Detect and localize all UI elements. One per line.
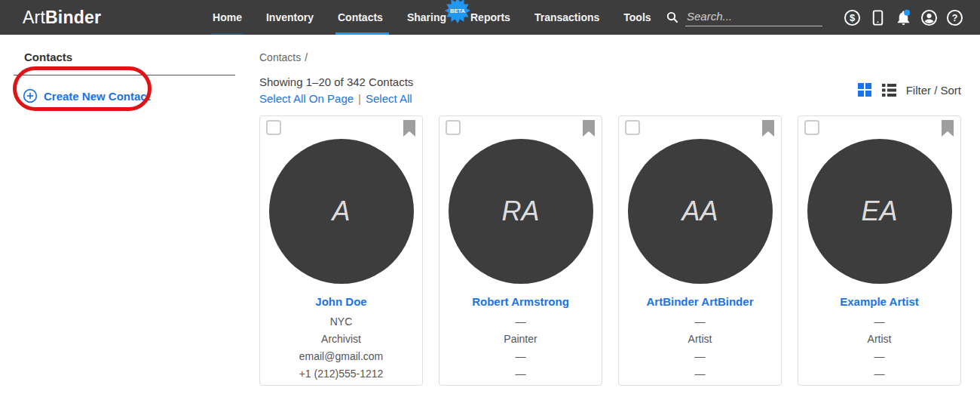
logo-suffix: Binder <box>45 8 101 28</box>
contact-card[interactable]: RA Robert Armstrong — Painter — — <box>439 115 602 386</box>
nav-tab-label: Contacts <box>338 11 383 23</box>
contact-name-link[interactable]: Robert Armstrong <box>439 295 602 308</box>
create-new-contact-label: Create New Contact <box>44 90 151 103</box>
breadcrumb: Contacts/ <box>259 51 961 63</box>
avatar-initials: EA <box>861 195 897 227</box>
bookmark-icon[interactable] <box>403 120 415 137</box>
help-icon[interactable]: ? <box>946 9 963 26</box>
contact-email: — <box>619 348 781 365</box>
contact-name-link[interactable]: Example Artist <box>798 295 960 308</box>
notification-dot <box>904 9 910 15</box>
contact-details: — Painter — — <box>439 313 602 383</box>
navbar-utility-icons: $ <box>844 0 980 35</box>
top-navbar: ArtBinder Home Inventory Contacts Sharin… <box>0 0 980 35</box>
notifications-bell-icon[interactable] <box>895 9 912 26</box>
avatar-initials: AA <box>681 195 718 227</box>
select-all-on-page-link[interactable]: Select All On Page <box>259 92 354 105</box>
contact-city: NYC <box>260 313 422 331</box>
contact-details: — Artist — — <box>798 313 960 383</box>
contact-phone: — <box>798 365 960 383</box>
contacts-sidebar: Contacts Create New Contact <box>0 35 259 394</box>
contact-checkbox[interactable] <box>625 120 640 135</box>
select-links: Select All On Page|Select All <box>259 92 413 105</box>
contact-name-link[interactable]: John Doe <box>260 295 422 308</box>
contact-details: NYC Archivist email@gmail.com +1 (212)55… <box>260 313 422 383</box>
nav-tab-label: Sharing <box>407 11 446 23</box>
contact-phone: +1 (212)555-1212 <box>260 365 422 383</box>
contact-avatar[interactable]: AA <box>628 139 773 284</box>
sidebar-title: Contacts <box>24 51 259 63</box>
nav-tab-tools[interactable]: Tools <box>622 0 652 35</box>
contact-phone: — <box>619 365 781 383</box>
nav-tab-sharing[interactable]: Sharing BETA <box>406 0 448 35</box>
list-header-controls: Filter / Sort <box>858 83 961 97</box>
contact-card-grid: A John Doe NYC Archivist email@gmail.com… <box>259 115 961 386</box>
artbinder-logo[interactable]: ArtBinder <box>23 0 101 35</box>
contact-email: — <box>439 348 602 365</box>
links-pipe: | <box>358 92 361 105</box>
global-search <box>666 0 822 35</box>
contact-avatar[interactable]: EA <box>807 139 952 284</box>
avatar-initials: RA <box>501 195 539 227</box>
bookmark-icon[interactable] <box>583 120 595 137</box>
breadcrumb-separator: / <box>305 51 308 63</box>
contact-checkbox[interactable] <box>804 120 819 135</box>
nav-tab-reports[interactable]: Reports <box>469 0 512 35</box>
nav-tab-inventory[interactable]: Inventory <box>265 0 315 35</box>
list-view-icon[interactable] <box>882 83 896 97</box>
nav-tab-label: Transactions <box>534 11 599 23</box>
nav-tab-home[interactable]: Home <box>211 0 243 35</box>
svg-text:?: ? <box>952 12 958 23</box>
logo-prefix: Art <box>23 8 45 28</box>
account-icon[interactable] <box>920 9 938 26</box>
list-header: Showing 1–20 of 342 Contacts Select All … <box>259 75 961 105</box>
contact-avatar[interactable]: A <box>269 139 414 284</box>
results-count: Showing 1–20 of 342 Contacts <box>259 75 413 88</box>
contact-city: — <box>619 313 781 331</box>
nav-tab-label: Inventory <box>266 11 314 23</box>
contact-avatar[interactable]: RA <box>449 139 593 284</box>
contact-city: — <box>798 313 960 331</box>
search-icon <box>666 11 679 24</box>
bookmark-icon[interactable] <box>942 120 954 137</box>
avatar-initials: A <box>332 195 350 227</box>
contact-occupation: Artist <box>798 331 960 348</box>
select-all-link[interactable]: Select All <box>366 92 412 105</box>
contact-phone: — <box>439 365 602 383</box>
device-tablet-icon[interactable] <box>869 9 887 26</box>
svg-text:$: $ <box>850 12 855 23</box>
contact-card[interactable]: AA ArtBinder ArtBinder — Artist — — <box>618 115 782 386</box>
contact-details: — Artist — — <box>619 313 781 383</box>
contact-occupation: Painter <box>439 331 602 348</box>
contact-email: — <box>798 348 960 365</box>
beta-badge-icon: BETA <box>444 0 471 24</box>
app-window: ArtBinder Home Inventory Contacts Sharin… <box>0 0 980 394</box>
nav-tab-label: Home <box>213 11 242 23</box>
breadcrumb-contacts[interactable]: Contacts <box>259 51 301 63</box>
bookmark-icon[interactable] <box>762 120 774 137</box>
plus-circle-icon <box>23 88 38 103</box>
contact-checkbox[interactable] <box>446 120 461 135</box>
nav-tab-label: Reports <box>470 11 510 23</box>
nav-tab-transactions[interactable]: Transactions <box>533 0 601 35</box>
contacts-main: Contacts/ Showing 1–20 of 342 Contacts S… <box>259 35 980 394</box>
contact-occupation: Artist <box>619 331 781 348</box>
contact-city: — <box>439 313 602 331</box>
search-input[interactable] <box>685 8 822 26</box>
svg-text:BETA: BETA <box>450 8 465 14</box>
nav-tab-label: Tools <box>623 11 651 23</box>
grid-view-icon[interactable] <box>858 83 872 97</box>
billing-dollar-icon[interactable]: $ <box>844 9 861 26</box>
sidebar-divider <box>14 75 235 75</box>
page-body: Contacts Create New Contact Contacts/ Sh… <box>0 35 980 394</box>
nav-tab-contacts[interactable]: Contacts <box>336 0 384 35</box>
filter-sort-button[interactable]: Filter / Sort <box>906 84 961 97</box>
contact-card[interactable]: EA Example Artist — Artist — — <box>798 115 961 386</box>
create-new-contact-button[interactable]: Create New Contact <box>23 88 259 103</box>
list-header-left: Showing 1–20 of 342 Contacts Select All … <box>259 75 413 105</box>
contact-card[interactable]: A John Doe NYC Archivist email@gmail.com… <box>259 115 423 386</box>
contact-email: email@gmail.com <box>260 348 422 365</box>
contact-name-link[interactable]: ArtBinder ArtBinder <box>619 295 781 308</box>
contact-checkbox[interactable] <box>266 120 281 135</box>
contact-occupation: Archivist <box>260 331 422 348</box>
